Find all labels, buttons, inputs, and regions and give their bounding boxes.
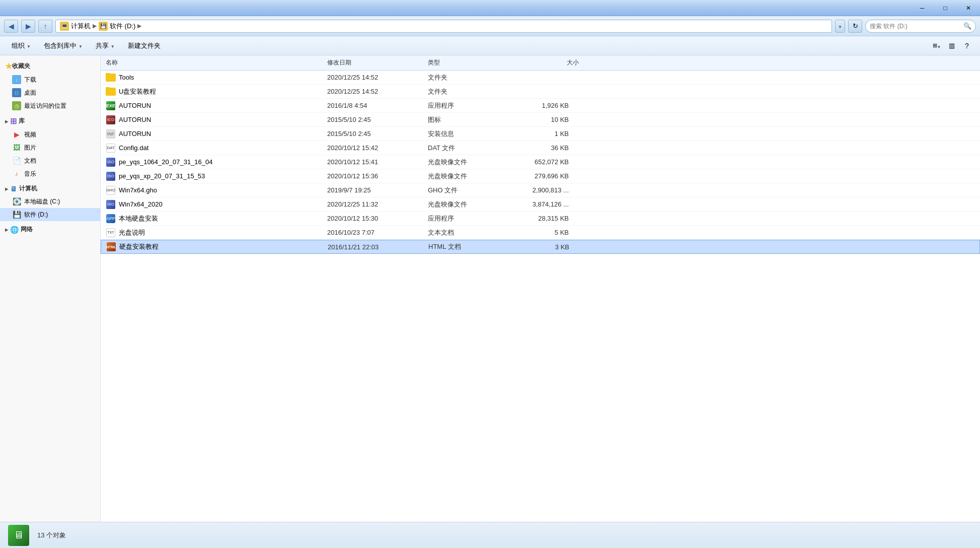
file-date-cell: 2020/10/12 15:41 (327, 158, 428, 166)
sidebar-item-disk-d[interactable]: 💾 软件 (D:) (0, 208, 100, 221)
sidebar-item-disk-c[interactable]: 💽 本地磁盘 (C:) (0, 195, 100, 208)
downloads-icon: ↓ (12, 75, 21, 84)
table-row[interactable]: Tools 2020/12/25 14:52 文件夹 (101, 71, 980, 85)
file-date-cell: 2019/9/7 19:25 (327, 186, 428, 194)
file-icon: HTML (106, 242, 116, 251)
sidebar-item-video[interactable]: ▶ 视频 (0, 128, 100, 141)
table-row[interactable]: ICO AUTORUN 2015/5/10 2:45 图标 10 KB (101, 113, 980, 127)
music-label: 音乐 (24, 170, 36, 178)
share-dropdown-icon (111, 42, 115, 49)
file-type-cell: HTML 文档 (428, 242, 509, 251)
sidebar-item-recent[interactable]: ◷ 最近访问的位置 (0, 99, 100, 112)
file-size-cell: 1,926 KB (508, 102, 579, 109)
file-name: AUTORUN (119, 116, 151, 123)
sidebar-libraries-header[interactable]: ⊞ 库 (0, 114, 100, 128)
file-date-cell: 2020/12/25 14:52 (327, 74, 428, 81)
table-row[interactable]: HTML 硬盘安装教程 2016/11/21 22:03 HTML 文档 3 K… (101, 240, 980, 254)
path-computer: 计算机 (71, 22, 91, 31)
sidebar-item-desktop[interactable]: □ 桌面 (0, 86, 100, 99)
sidebar: ★ 收藏夹 ↓ 下载 □ 桌面 ◷ 最近访问的位置 ⊞ 库 (0, 55, 101, 522)
file-date-cell: 2015/5/10 2:45 (327, 130, 428, 138)
col-size-header[interactable]: 大小 (508, 58, 579, 67)
forward-button[interactable]: ▶ (21, 20, 35, 33)
search-box[interactable]: 🔍 (865, 20, 976, 33)
include-label: 包含到库中 (44, 41, 77, 50)
sidebar-network-header[interactable]: 🌐 网络 (0, 223, 100, 236)
computer-icon: 🖥 (10, 185, 17, 193)
view-controls: ⊞ ▥ ? (930, 39, 974, 52)
file-icon: DAT (106, 144, 116, 153)
size-col-label: 大小 (567, 58, 579, 67)
up-button[interactable]: ↑ (38, 20, 52, 33)
documents-icon: 📄 (12, 156, 21, 165)
file-name: AUTORUN (119, 130, 151, 138)
file-icon: ISO (106, 158, 116, 167)
sidebar-item-documents[interactable]: 📄 文档 (0, 154, 100, 167)
file-size-cell: 652,072 KB (508, 158, 579, 166)
computer-label: 计算机 (19, 184, 37, 193)
network-icon: 🌐 (10, 226, 19, 234)
file-name-cell: ISO Win7x64_2020 (106, 200, 327, 209)
file-name: 本地硬盘安装 (119, 214, 158, 223)
col-date-header[interactable]: 修改日期 (327, 58, 428, 67)
file-size-cell: 5 KB (508, 229, 579, 236)
table-row[interactable]: DAT Config.dat 2020/10/12 15:42 DAT 文件 3… (101, 141, 980, 155)
file-icon: INF (106, 129, 116, 139)
file-type-cell: 文件夹 (428, 87, 508, 96)
new-folder-label: 新建文件夹 (128, 41, 161, 50)
file-name: Tools (119, 74, 134, 81)
table-row[interactable]: INF AUTORUN 2015/5/10 2:45 安装信息 1 KB (101, 127, 980, 141)
address-dropdown-button[interactable] (835, 20, 845, 33)
file-date-cell: 2016/11/21 22:03 (328, 243, 428, 251)
table-row[interactable]: APP 本地硬盘安装 2020/10/12 15:30 应用程序 28,315 … (101, 212, 980, 226)
file-type-cell: 光盘映像文件 (428, 158, 508, 167)
path-disk: 软件 (D:) (110, 22, 135, 31)
search-input[interactable] (870, 23, 961, 30)
preview-pane-button[interactable]: ▥ (945, 39, 959, 52)
new-folder-button[interactable]: 新建文件夹 (122, 39, 166, 53)
file-size-cell: 2,900,813 ... (508, 186, 579, 194)
disk-c-icon: 💽 (12, 197, 21, 206)
sidebar-computer-header[interactable]: 🖥 计算机 (0, 182, 100, 195)
table-row[interactable]: EXE AUTORUN 2016/1/8 4:54 应用程序 1,926 KB (101, 99, 980, 113)
downloads-label: 下载 (24, 76, 36, 84)
libraries-expand-icon (5, 118, 8, 124)
share-label: 共享 (96, 41, 109, 50)
main-content: ★ 收藏夹 ↓ 下载 □ 桌面 ◷ 最近访问的位置 ⊞ 库 (0, 55, 980, 522)
image-icon: 🖼 (12, 143, 21, 152)
view-dropdown-button[interactable]: ⊞ (930, 39, 944, 52)
sidebar-item-music[interactable]: ♪ 音乐 (0, 167, 100, 180)
file-date-cell: 2020/10/12 15:36 (327, 172, 428, 180)
help-button[interactable]: ? (960, 39, 974, 52)
organize-button[interactable]: 组织 (6, 39, 36, 53)
help-label: ? (965, 42, 969, 50)
minimize-button[interactable]: ─ (911, 0, 934, 16)
video-icon: ▶ (12, 130, 21, 139)
table-row[interactable]: U盘安装教程 2020/12/25 14:52 文件夹 (101, 85, 980, 99)
address-path[interactable]: 💻 计算机 ▶ 💾 软件 (D:) ▶ (55, 20, 832, 33)
maximize-button[interactable]: □ (934, 0, 957, 16)
col-type-header[interactable]: 类型 (428, 58, 508, 67)
include-library-button[interactable]: 包含到库中 (38, 39, 88, 53)
table-row[interactable]: ISO pe_yqs_xp_20_07_31_15_53 2020/10/12 … (101, 169, 980, 183)
file-date-cell: 2020/10/12 15:30 (327, 215, 428, 222)
sidebar-item-downloads[interactable]: ↓ 下载 (0, 73, 100, 86)
refresh-button[interactable]: ↻ (848, 20, 862, 33)
back-button[interactable]: ◀ (4, 20, 18, 33)
search-icon[interactable]: 🔍 (963, 22, 971, 30)
close-button[interactable]: ✕ (957, 0, 980, 16)
col-name-header[interactable]: 名称 (106, 58, 327, 67)
type-col-label: 类型 (428, 58, 440, 67)
table-row[interactable]: GHO Win7x64.gho 2019/9/7 19:25 GHO 文件 2,… (101, 183, 980, 197)
network-label: 网络 (21, 225, 33, 234)
favorites-star-icon: ★ (5, 61, 12, 71)
table-row[interactable]: ISO pe_yqs_1064_20_07_31_16_04 2020/10/1… (101, 155, 980, 169)
table-row[interactable]: ISO Win7x64_2020 2020/12/25 11:32 光盘映像文件… (101, 197, 980, 212)
file-name-cell: DAT Config.dat (106, 144, 327, 153)
sidebar-favorites-header[interactable]: ★ 收藏夹 (0, 59, 100, 73)
disk-d-label: 软件 (D:) (24, 211, 48, 219)
share-button[interactable]: 共享 (90, 39, 120, 53)
table-row[interactable]: TXT 光盘说明 2016/10/23 7:07 文本文档 5 KB (101, 226, 980, 240)
file-size-cell: 279,696 KB (508, 172, 579, 180)
sidebar-item-images[interactable]: 🖼 图片 (0, 141, 100, 154)
